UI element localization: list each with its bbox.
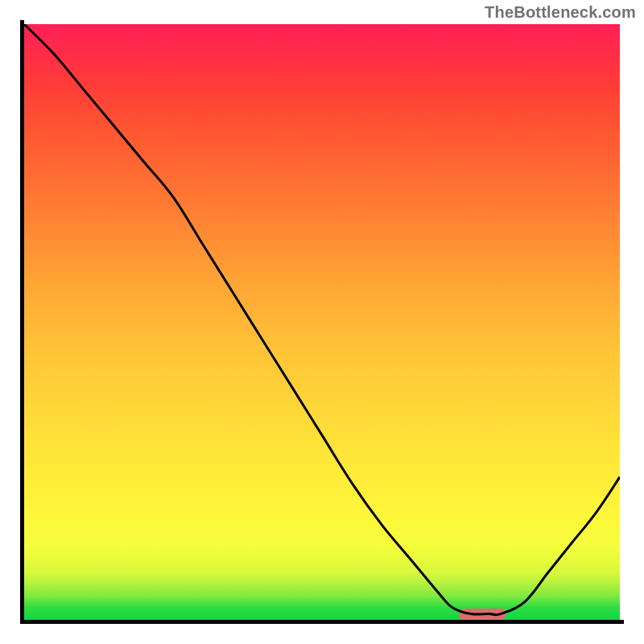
chart-container: TheBottleneck.com — [0, 0, 644, 644]
x-axis — [20, 620, 624, 624]
watermark-text: TheBottleneck.com — [485, 3, 636, 22]
bottleneck-curve — [24, 24, 620, 620]
curve-path — [24, 24, 620, 615]
